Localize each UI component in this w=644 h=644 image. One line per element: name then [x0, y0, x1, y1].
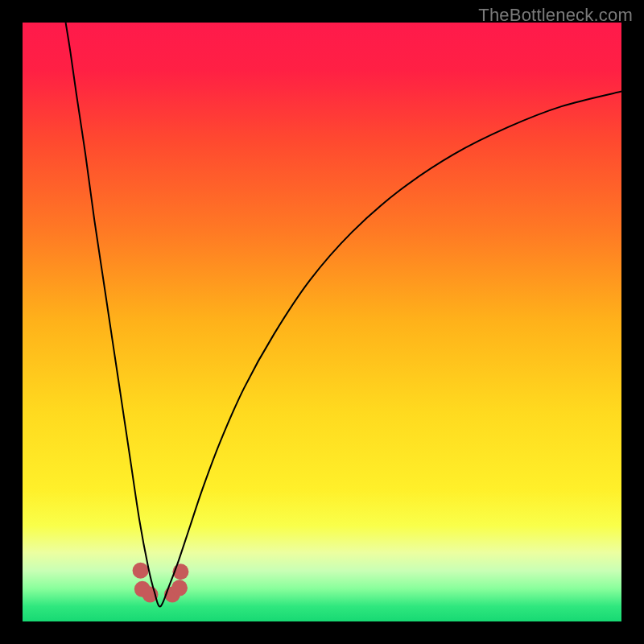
- chart-svg: [23, 23, 621, 621]
- highlight-dot: [133, 563, 149, 579]
- highlight-markers: [133, 563, 189, 603]
- plot-area: [23, 23, 621, 621]
- bottleneck-curve: [66, 23, 621, 606]
- outer-frame: TheBottleneck.com: [0, 0, 644, 644]
- highlight-dot: [171, 580, 188, 596]
- watermark-text: TheBottleneck.com: [478, 5, 633, 26]
